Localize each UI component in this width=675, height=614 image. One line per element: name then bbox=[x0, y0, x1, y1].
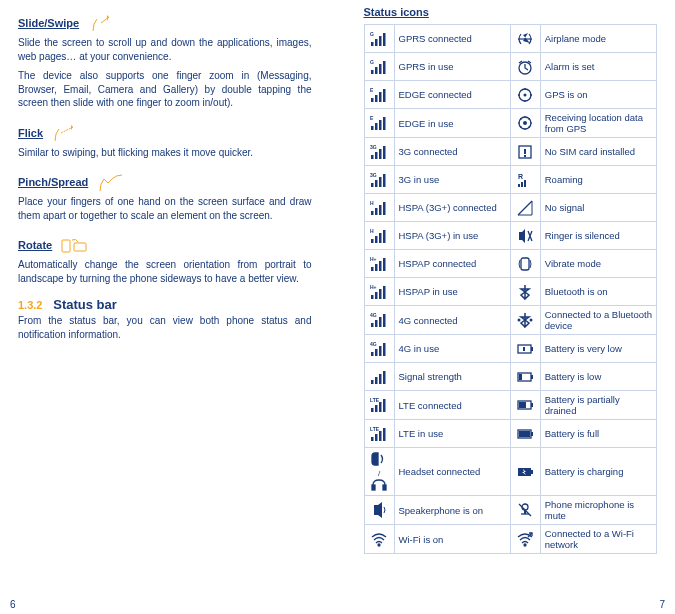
svg-rect-50 bbox=[375, 236, 378, 243]
svg-point-71 bbox=[530, 319, 533, 322]
status-label-right: GPS is on bbox=[540, 81, 656, 109]
status-label-right: Battery is low bbox=[540, 363, 656, 391]
svg-text:H: H bbox=[370, 200, 374, 206]
svg-rect-20 bbox=[371, 126, 374, 130]
status-icon-left: / bbox=[364, 448, 394, 496]
svg-rect-86 bbox=[519, 374, 522, 380]
svg-rect-63 bbox=[383, 286, 386, 299]
svg-rect-78 bbox=[531, 347, 533, 351]
table-row: LTELTE connectedBattery is partially dra… bbox=[364, 391, 657, 420]
svg-rect-37 bbox=[379, 177, 382, 187]
svg-rect-9 bbox=[379, 64, 382, 74]
status-icon-right bbox=[510, 420, 540, 448]
svg-rect-33 bbox=[524, 149, 526, 154]
svg-rect-95 bbox=[371, 437, 374, 441]
status-label-left: GPRS connected bbox=[394, 25, 510, 53]
svg-rect-90 bbox=[383, 399, 386, 412]
status-icon-left: LTE bbox=[364, 420, 394, 448]
status-label-right: Connected to a Bluetooth device bbox=[540, 306, 656, 335]
svg-point-70 bbox=[518, 319, 521, 322]
gesture-slide-title: Slide/Swipe bbox=[18, 17, 79, 29]
status-icon-right: R bbox=[510, 166, 540, 194]
status-icon-right bbox=[510, 525, 540, 554]
svg-point-109 bbox=[378, 544, 380, 546]
gesture-rotate-desc: Automatically change the screen orientat… bbox=[18, 258, 312, 285]
svg-rect-29 bbox=[379, 149, 382, 159]
svg-rect-106 bbox=[531, 470, 533, 474]
svg-rect-10 bbox=[383, 61, 386, 74]
svg-text:E: E bbox=[370, 87, 374, 93]
svg-rect-101 bbox=[531, 432, 533, 436]
slide-icon bbox=[83, 12, 117, 34]
gesture-rotate-header: Rotate bbox=[18, 234, 312, 256]
status-label-left: 3G in use bbox=[394, 166, 510, 194]
status-icon-right bbox=[510, 496, 540, 525]
gesture-flick-header: Flick bbox=[18, 122, 312, 144]
svg-rect-41 bbox=[518, 184, 520, 187]
svg-rect-85 bbox=[531, 375, 533, 379]
status-label-left: HSPAP in use bbox=[394, 278, 510, 306]
svg-rect-68 bbox=[383, 314, 386, 327]
gesture-flick-desc: Similar to swiping, but flicking makes i… bbox=[18, 146, 312, 160]
svg-rect-15 bbox=[379, 92, 382, 102]
svg-rect-16 bbox=[383, 89, 386, 102]
status-label-left: HSPAP connected bbox=[394, 250, 510, 278]
svg-text:E: E bbox=[370, 115, 374, 121]
svg-rect-75 bbox=[383, 343, 386, 356]
svg-rect-43 bbox=[524, 180, 526, 187]
status-label-left: GPRS in use bbox=[394, 53, 510, 81]
svg-rect-61 bbox=[375, 292, 378, 299]
svg-rect-60 bbox=[371, 295, 374, 299]
pinch-icon bbox=[92, 171, 126, 193]
svg-rect-74 bbox=[379, 346, 382, 356]
status-label-right: Phone microphone is mute bbox=[540, 496, 656, 525]
status-label-left: 4G connected bbox=[394, 306, 510, 335]
status-label-right: Alarm is set bbox=[540, 53, 656, 81]
svg-rect-23 bbox=[383, 117, 386, 130]
svg-rect-82 bbox=[379, 374, 382, 384]
svg-rect-73 bbox=[375, 349, 378, 356]
svg-rect-93 bbox=[531, 403, 533, 407]
status-icon-right bbox=[510, 250, 540, 278]
status-label-right: Receiving location data from GPS bbox=[540, 109, 656, 138]
status-label-right: No signal bbox=[540, 194, 656, 222]
status-icon-right bbox=[510, 391, 540, 420]
svg-rect-13 bbox=[371, 98, 374, 102]
svg-text:H: H bbox=[370, 228, 374, 234]
gesture-pinch-header: Pinch/Spread bbox=[18, 171, 312, 193]
table-row: 3G3G connectedNo SIM card installed bbox=[364, 138, 657, 166]
status-icon-right bbox=[510, 81, 540, 109]
svg-rect-2 bbox=[371, 42, 374, 46]
svg-rect-1 bbox=[74, 243, 86, 251]
status-icon-left: 4G bbox=[364, 335, 394, 363]
svg-text:3G: 3G bbox=[370, 172, 377, 178]
status-icon-left: G bbox=[364, 53, 394, 81]
svg-point-26 bbox=[523, 121, 527, 125]
svg-rect-104 bbox=[383, 485, 386, 490]
svg-rect-52 bbox=[383, 230, 386, 243]
svg-rect-96 bbox=[375, 434, 378, 441]
svg-rect-38 bbox=[383, 174, 386, 187]
status-label-left: 3G connected bbox=[394, 138, 510, 166]
svg-rect-72 bbox=[371, 352, 374, 356]
status-icon-left: 3G bbox=[364, 138, 394, 166]
status-icon-left: 3G bbox=[364, 166, 394, 194]
status-label-left: EDGE connected bbox=[394, 81, 510, 109]
status-label-left: EDGE in use bbox=[394, 109, 510, 138]
status-label-left: HSPA (3G+) connected bbox=[394, 194, 510, 222]
status-label-left: Headset connected bbox=[394, 448, 510, 496]
status-icons-title: Status icons bbox=[364, 6, 658, 18]
svg-rect-56 bbox=[379, 261, 382, 271]
svg-rect-49 bbox=[371, 239, 374, 243]
status-icon-left bbox=[364, 525, 394, 554]
status-icons-table: GGPRS connectedAirplane modeGGPRS in use… bbox=[364, 24, 658, 554]
status-icon-right bbox=[510, 194, 540, 222]
svg-text:4G: 4G bbox=[370, 341, 377, 347]
status-label-left: Speakerphone is on bbox=[394, 496, 510, 525]
status-icon-left: G bbox=[364, 25, 394, 53]
gesture-pinch-desc: Place your fingers of one hand on the sc… bbox=[18, 195, 312, 222]
section-title: Status bar bbox=[53, 297, 117, 312]
table-row: EEDGE connectedGPS is on bbox=[364, 81, 657, 109]
svg-rect-80 bbox=[371, 380, 374, 384]
status-icon-right bbox=[510, 222, 540, 250]
